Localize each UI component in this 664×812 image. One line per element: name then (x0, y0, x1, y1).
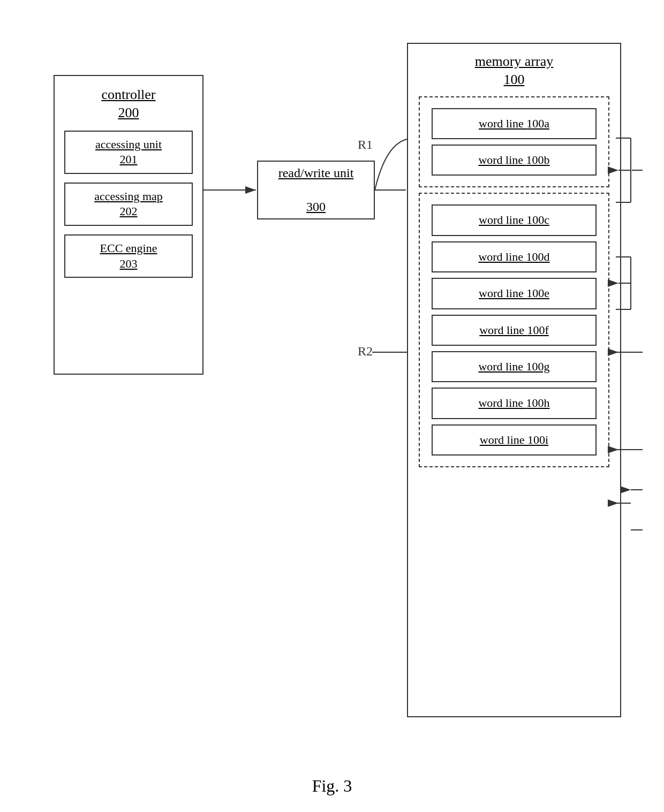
accessing-map-box: accessing map 202 (64, 183, 193, 226)
wl-100h-number: 100h (526, 396, 550, 409)
svg-text:R2: R2 (358, 344, 373, 358)
controller-number: 200 (118, 105, 139, 120)
wl-100f-label: word line (479, 323, 527, 337)
wl-100g-number: 100g (526, 360, 550, 373)
fig-title-text: Fig. 3 (312, 776, 352, 795)
accessing-map-label: accessing map (94, 189, 163, 203)
wl-100f-number: 100f (527, 323, 548, 337)
wl-100i-number: 100i (527, 433, 548, 446)
wl-100b-number: 100b (526, 153, 550, 166)
word-line-100h: word line 100h (432, 388, 597, 419)
word-line-100e: word line 100e (432, 278, 597, 309)
accessing-map-number: 202 (120, 204, 138, 218)
wl-100h-label: word line (478, 396, 526, 409)
wl-100c-number: 100c (526, 213, 549, 226)
svg-text:R1: R1 (358, 138, 373, 151)
controller-label: controller 200 (55, 86, 202, 122)
word-line-100d: word line 100d (432, 241, 597, 272)
ecc-engine-number: 203 (120, 257, 138, 270)
accessing-unit-box: accessing unit 201 (64, 131, 193, 174)
wl-100e-label: word line (479, 286, 526, 300)
figure-label: Fig. 3 (0, 776, 664, 796)
controller-text: controller (101, 87, 155, 102)
wl-100b-label: word line (478, 153, 526, 166)
word-line-100i: word line 100i (432, 424, 597, 456)
memory-array-box: memory array 100 word line 100a word lin… (407, 43, 621, 717)
rw-unit-number: 300 (306, 199, 326, 215)
ecc-engine-box: ECC engine 203 (64, 234, 193, 278)
word-line-100a: word line 100a (432, 108, 597, 139)
wl-100g-label: word line (478, 360, 526, 373)
accessing-unit-number: 201 (120, 153, 138, 166)
region-1: word line 100a word line 100b (419, 96, 609, 188)
wl-100c-label: word line (479, 213, 526, 226)
accessing-unit-label: accessing unit (95, 138, 162, 151)
wl-100e-number: 100e (526, 286, 549, 300)
wl-100a-label: word line (479, 117, 526, 130)
memory-array-title: memory array 100 (408, 52, 620, 89)
word-line-100g: word line 100g (432, 351, 597, 382)
memory-array-number: 100 (504, 72, 525, 87)
word-line-100f: word line 100f (432, 315, 597, 346)
rw-unit-label: read/write unit (278, 165, 354, 181)
region-2: word line 100c word line 100d word line … (419, 193, 609, 467)
rw-unit-box: read/write unit 300 (257, 161, 375, 219)
word-line-100c: word line 100c (432, 204, 597, 236)
memory-array-label: memory array (475, 54, 554, 69)
wl-100d-number: 100d (526, 250, 550, 263)
diagram-container: controller 200 accessing unit 201 access… (21, 21, 643, 760)
wl-100i-label: word line (480, 433, 527, 446)
ecc-engine-label: ECC engine (100, 241, 157, 255)
wl-100d-label: word line (478, 250, 526, 263)
word-line-100b: word line 100b (432, 145, 597, 176)
wl-100a-number: 100a (526, 117, 549, 130)
controller-box: controller 200 accessing unit 201 access… (54, 75, 203, 375)
